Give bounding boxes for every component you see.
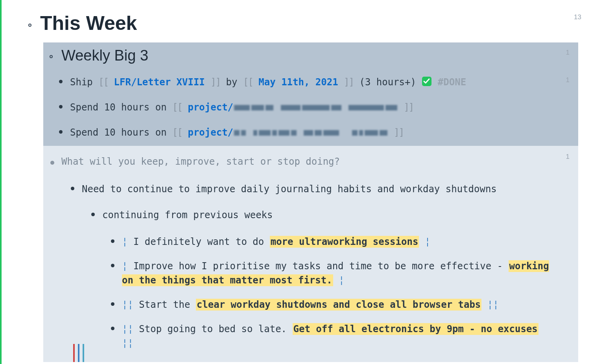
date-link[interactable]: May 11th, 2021 xyxy=(258,77,338,88)
block-ref-marker[interactable]: ¦ xyxy=(425,236,430,247)
redacted-text xyxy=(233,127,388,138)
block-ref-marker[interactable]: ¦ xyxy=(122,236,127,247)
nested-item[interactable]: ¦¦ Start the clear workday shutdowns and… xyxy=(122,298,578,312)
bracket-close: ]] xyxy=(394,127,404,138)
nested-item[interactable]: ¦¦ Stop going to bed so late. Get off al… xyxy=(122,322,578,350)
page-accent-bar xyxy=(0,0,2,364)
document-page: 13 This Week 1 Weekly Big 3 1 Ship [[ LF… xyxy=(24,0,590,364)
bullet-icon[interactable] xyxy=(50,161,54,165)
reflect-text[interactable]: continuing from previous weeks xyxy=(102,210,273,221)
bullet-icon[interactable] xyxy=(91,213,95,216)
highlight-text[interactable]: more ultraworking sessions xyxy=(270,236,419,248)
big3-heading-row[interactable]: Weekly Big 3 xyxy=(43,45,578,64)
bracket-close: ]] xyxy=(344,77,354,88)
bullet-icon[interactable] xyxy=(59,80,63,83)
bullet-icon[interactable] xyxy=(59,130,63,134)
big3-item[interactable]: Ship [[ LFR/Letter XVIII ]] by [[ May 11… xyxy=(70,75,578,89)
block-ref-marker[interactable]: ¦¦ xyxy=(122,299,133,310)
page-title-row[interactable]: This Week xyxy=(24,0,578,35)
nest-bar-red xyxy=(73,344,75,362)
reflect-question[interactable]: What will you keep, improve, start or st… xyxy=(61,156,340,167)
reflect-text[interactable]: Need to continue to improve daily journa… xyxy=(82,184,497,195)
page-link[interactable]: project/ xyxy=(188,127,233,138)
page-title[interactable]: This Week xyxy=(40,12,578,35)
nested-text[interactable]: I definitely want to do xyxy=(133,236,270,247)
block-ref-marker[interactable]: ¦ xyxy=(122,261,127,272)
nested-list: ¦ I definitely want to do more ultrawork… xyxy=(122,222,578,350)
item-text: Spend 10 hours on xyxy=(70,102,172,113)
item-text: Ship xyxy=(70,77,98,88)
big3-item[interactable]: Spend 10 hours on [[ project/ ]] xyxy=(70,125,578,140)
nested-text[interactable]: Start the xyxy=(139,299,196,310)
bullet-icon[interactable] xyxy=(111,327,114,330)
block-ref-marker[interactable]: ¦ xyxy=(339,275,344,286)
check-icon xyxy=(422,76,432,86)
redacted-text xyxy=(233,102,398,113)
item-text: Spend 10 hours on xyxy=(70,127,172,138)
block-ref-marker[interactable]: ¦¦ xyxy=(487,299,499,310)
block-ref-marker[interactable]: ¦¦ xyxy=(122,338,133,349)
bullet-icon[interactable] xyxy=(111,264,114,267)
bracket-open: [[ xyxy=(172,102,182,113)
item-text: (3 hours+) xyxy=(359,77,422,88)
bracket-close: ]] xyxy=(210,77,220,88)
bullet-icon[interactable] xyxy=(71,187,74,190)
nesting-bars xyxy=(73,344,89,362)
done-tag[interactable]: #DONE xyxy=(438,77,466,88)
page-link[interactable]: LFR/Letter XVIII xyxy=(114,77,205,88)
nest-bar-teal xyxy=(83,344,84,362)
big3-heading[interactable]: Weekly Big 3 xyxy=(61,45,578,64)
bullet-icon[interactable] xyxy=(111,239,114,243)
nested-text[interactable]: Stop going to bed so late. xyxy=(139,324,292,335)
bullet-icon[interactable] xyxy=(59,105,63,108)
reflect-line[interactable]: continuing from previous weeks xyxy=(102,208,578,222)
bracket-open: [[ xyxy=(243,77,253,88)
nested-item[interactable]: ¦ I definitely want to do more ultrawork… xyxy=(122,235,578,249)
reflect-block[interactable]: 1 What will you keep, improve, start or … xyxy=(43,146,578,362)
page-link[interactable]: project/ xyxy=(188,102,233,113)
nested-text[interactable]: Improve how I prioritise my tasks and ti… xyxy=(133,261,509,272)
bullet-icon[interactable] xyxy=(111,302,114,306)
reflect-question-row[interactable]: What will you keep, improve, start or st… xyxy=(61,150,578,167)
bullet-icon[interactable] xyxy=(50,55,53,58)
nest-bar-blue xyxy=(78,344,79,362)
highlight-text[interactable]: clear workday shutdowns and close all br… xyxy=(196,299,481,311)
bracket-open: [[ xyxy=(172,127,182,138)
bracket-close: ]] xyxy=(404,102,413,113)
highlight-text[interactable]: Get off all electronics by 9pm - no excu… xyxy=(293,323,538,335)
bullet-icon[interactable] xyxy=(28,24,31,27)
weekly-big3-block[interactable]: 1 Weekly Big 3 1 Ship [[ LFR/Letter XVII… xyxy=(43,42,578,146)
block-ref-marker[interactable]: ¦¦ xyxy=(122,324,133,335)
reflect-line[interactable]: Need to continue to improve daily journa… xyxy=(82,182,578,196)
item-text: by xyxy=(226,77,243,88)
bracket-open: [[ xyxy=(98,77,108,88)
big3-item[interactable]: Spend 10 hours on [[ project/ ]] xyxy=(70,100,578,114)
nested-item[interactable]: ¦ Improve how I prioritise my tasks and … xyxy=(122,259,578,287)
